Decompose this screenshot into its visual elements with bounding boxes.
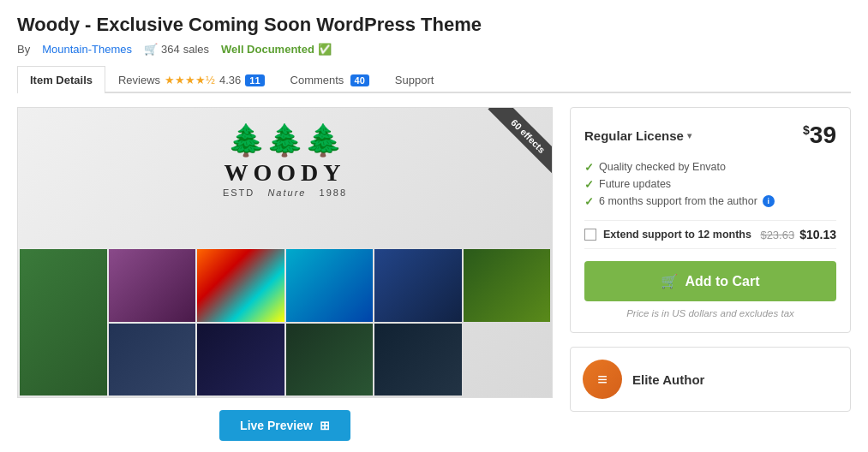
reviews-count-badge: 11 (245, 74, 264, 86)
live-preview-area: Live Preview ⊞ (17, 398, 553, 441)
ribbon: 60 effects (458, 108, 552, 202)
feature-text-3: 6 months support from the author (599, 195, 757, 207)
author-link[interactable]: Mountain-Themes (42, 43, 132, 56)
tab-reviews[interactable]: Reviews ★★★★½ 4.36 11 (105, 66, 278, 93)
feature-item-2: ✓ Future updates (584, 178, 836, 191)
page-wrapper: Woody - Exclusive Coming Soon WordPress … (0, 0, 868, 452)
sales-label: sales (183, 43, 209, 56)
sales-info: 🛒 364 sales (144, 43, 209, 56)
author-elite-label: Elite Author (632, 372, 704, 387)
main-content: 60 effects 🌲🌲🌲 WOODY ESTD Nature 1988 (17, 107, 851, 441)
woody-title: WOODY (224, 159, 346, 187)
tabs-row: Item Details Reviews ★★★★½ 4.36 11 Comme… (17, 66, 851, 93)
cart-button-icon: 🛒 (661, 273, 678, 289)
thumb-10 (374, 324, 462, 396)
tab-comments[interactable]: Comments 40 (278, 66, 382, 93)
thumb-9 (286, 324, 374, 396)
original-price: $23.63 (760, 229, 794, 241)
feature-text-2: Future updates (599, 178, 671, 190)
sidebar-section: Regular License ▾ $39 ✓ Quality checked … (570, 107, 851, 441)
thumb-2 (109, 249, 196, 322)
thumb-7 (109, 324, 196, 396)
meta-row: By Mountain-Themes 🛒 364 sales Well Docu… (17, 43, 851, 56)
preview-section: 60 effects 🌲🌲🌲 WOODY ESTD Nature 1988 (17, 107, 553, 441)
check-circle-icon: ✅ (318, 43, 332, 56)
extend-prices: $23.63 $10.13 (760, 228, 836, 241)
thumbnails-grid (18, 247, 552, 397)
thumb-5 (374, 249, 462, 322)
add-to-cart-button[interactable]: 🛒 Add to Cart (584, 261, 836, 301)
tab-support[interactable]: Support (382, 66, 447, 93)
stars-icon: ★★★★½ (165, 74, 215, 86)
thumb-4 (286, 249, 374, 322)
author-avatar: ≡ (583, 360, 622, 399)
features-list: ✓ Quality checked by Envato ✓ Future upd… (584, 161, 836, 208)
thumb-1 (20, 249, 107, 396)
info-icon[interactable]: i (763, 195, 775, 207)
well-documented-badge: Well Documented ✅ (221, 43, 332, 56)
check-icon-1: ✓ (584, 161, 594, 174)
license-label: Regular License ▾ (584, 128, 691, 143)
add-to-cart-label: Add to Cart (685, 274, 759, 289)
price-currency: $ (803, 123, 810, 137)
feature-text-1: Quality checked by Envato (599, 161, 726, 173)
cart-icon: 🛒 (144, 43, 158, 56)
by-label: By (17, 43, 30, 56)
woody-logo-area: 🌲🌲🌲 WOODY ESTD Nature 1988 (223, 125, 347, 199)
preview-main: 60 effects 🌲🌲🌲 WOODY ESTD Nature 1988 (18, 108, 552, 397)
purchase-box: Regular License ▾ $39 ✓ Quality checked … (570, 107, 851, 333)
feature-item-1: ✓ Quality checked by Envato (584, 161, 836, 174)
reviews-label: Reviews (118, 74, 160, 86)
check-icon-2: ✓ (584, 178, 594, 191)
extend-support-row: Extend support to 12 months $23.63 $10.1… (584, 220, 836, 249)
license-row: Regular License ▾ $39 (584, 122, 836, 149)
license-text: Regular License (584, 128, 684, 143)
chevron-down-icon[interactable]: ▾ (687, 131, 691, 140)
well-documented-text: Well Documented (221, 43, 314, 56)
estd-nature: ESTD Nature 1988 (223, 187, 347, 199)
price-amount: 39 (810, 122, 836, 148)
tax-note: Price is in US dollars and excludes tax (584, 308, 836, 318)
author-box: ≡ Elite Author (570, 347, 851, 412)
comments-count-badge: 40 (350, 74, 369, 86)
live-preview-label: Live Preview (240, 419, 313, 432)
preview-image-container: 60 effects 🌲🌲🌲 WOODY ESTD Nature 1988 (17, 107, 553, 398)
thumb-6 (464, 249, 551, 322)
author-icon: ≡ (597, 370, 608, 390)
reviews-score: 4.36 (219, 74, 241, 86)
tree-icon: 🌲🌲🌲 (227, 125, 343, 156)
page-title: Woody - Exclusive Coming Soon WordPress … (17, 14, 851, 36)
price-display: $39 (803, 122, 836, 149)
extend-checkbox[interactable] (584, 229, 596, 241)
live-preview-button[interactable]: Live Preview ⊞ (219, 410, 350, 441)
sale-price: $10.13 (799, 228, 836, 241)
check-icon-3: ✓ (584, 195, 594, 208)
grid-icon: ⊞ (320, 419, 330, 432)
thumb-8 (197, 324, 284, 396)
sales-count: 364 (161, 43, 180, 56)
ribbon-text: 60 effects (488, 108, 552, 176)
thumb-3 (197, 249, 284, 322)
feature-item-3: ✓ 6 months support from the author i (584, 195, 836, 208)
comments-label: Comments (290, 74, 344, 86)
extend-label: Extend support to 12 months (603, 229, 751, 241)
tab-item-details[interactable]: Item Details (17, 66, 105, 93)
